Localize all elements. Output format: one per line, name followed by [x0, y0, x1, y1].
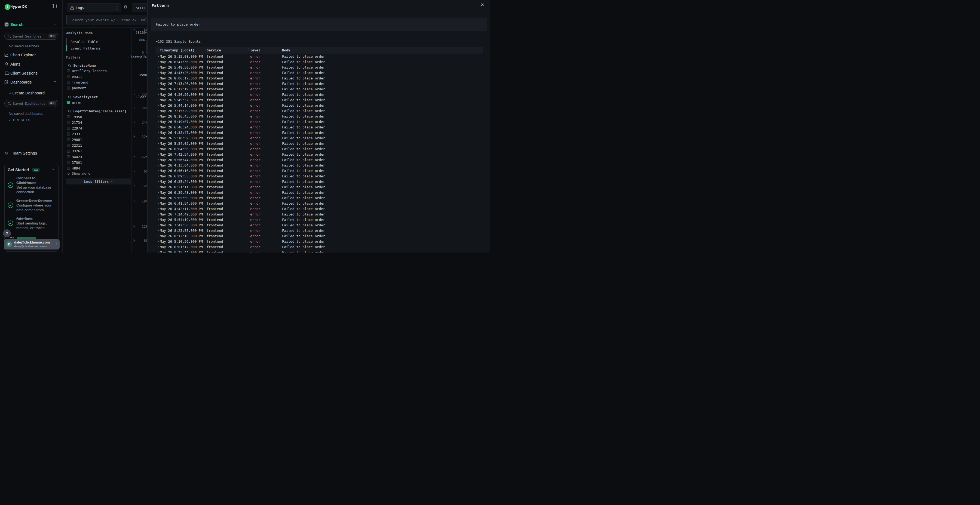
get-started-item[interactable]: Add Data Start sending logs, metrics, or… — [8, 216, 56, 230]
event-row[interactable]: May 26 4:42:11.000 PM frontend error Fai… — [156, 206, 483, 211]
row-expand-chevron-icon[interactable] — [157, 132, 158, 133]
sidebar-item-search[interactable]: Search — [0, 21, 62, 28]
pattern-row-peek[interactable]: 60 — [131, 169, 149, 174]
less-filters-button[interactable]: Less filters — [65, 178, 131, 184]
event-row[interactable]: May 26 5:10:36.000 PM frontend error Fai… — [156, 239, 483, 244]
row-expand-chevron-icon[interactable] — [157, 251, 158, 252]
mode-event-patterns[interactable]: Event Patterns — [67, 45, 126, 51]
event-row[interactable]: May 26 7:42:54.000 PM frontend error Fai… — [156, 152, 483, 157]
filter-group-servicename[interactable]: ServiceName — [68, 64, 96, 67]
pattern-row-peek[interactable]: 180 — [131, 199, 149, 204]
chevron-up-icon[interactable] — [54, 81, 56, 83]
filter-option[interactable]: email — [67, 74, 130, 79]
row-expand-chevron-icon[interactable] — [157, 224, 158, 226]
row-expand-chevron-icon[interactable] — [157, 181, 158, 182]
filter-group-severitytext[interactable]: SeverityText — [68, 95, 98, 99]
chevron-up-icon[interactable] — [54, 24, 56, 25]
filter-option[interactable]: frontend — [67, 79, 130, 85]
event-row[interactable]: May 26 8:21:11.000 PM frontend error Fai… — [156, 184, 483, 190]
row-expand-chevron-icon[interactable] — [157, 56, 158, 57]
event-row[interactable]: May 26 7:13:26.000 PM frontend error Fai… — [156, 81, 483, 86]
row-expand-chevron-icon[interactable] — [157, 175, 158, 177]
checkbox[interactable] — [67, 69, 70, 72]
filter-option[interactable]: 32311 — [67, 143, 130, 148]
checkbox[interactable] — [67, 161, 70, 164]
filter-option[interactable]: 37801 — [67, 160, 130, 165]
checkbox[interactable] — [67, 144, 70, 147]
event-row[interactable]: May 26 6:29:48.000 PM frontend error Fai… — [156, 190, 483, 195]
row-expand-chevron-icon[interactable] — [157, 115, 158, 117]
pattern-row-peek[interactable]: 120 — [131, 224, 149, 229]
checkbox[interactable] — [67, 115, 70, 118]
row-expand-chevron-icon[interactable] — [157, 208, 158, 210]
event-row[interactable]: May 26 5:54:03.000 PM frontend error Fai… — [156, 141, 483, 146]
checkbox[interactable] — [67, 81, 70, 84]
event-row[interactable]: May 26 4:38:47.000 PM frontend error Fai… — [156, 130, 483, 135]
checkbox[interactable] — [67, 156, 70, 158]
event-row[interactable]: May 26 6:09:55.000 PM frontend error Fai… — [156, 173, 483, 179]
filter-option[interactable]: 29081 — [67, 137, 130, 143]
event-row[interactable]: May 26 8:04:56.000 PM frontend error Fai… — [156, 146, 483, 152]
get-started-item[interactable]: Create Data Sources Configure where your… — [8, 199, 56, 212]
source-settings-gear-icon[interactable]: ⚙ — [124, 5, 127, 9]
row-expand-chevron-icon[interactable] — [157, 192, 158, 193]
row-expand-chevron-icon[interactable] — [157, 164, 158, 166]
row-expand-chevron-icon[interactable] — [157, 241, 158, 242]
row-expand-chevron-icon[interactable] — [157, 61, 158, 63]
row-expand-chevron-icon[interactable] — [157, 235, 158, 237]
row-expand-chevron-icon[interactable] — [157, 213, 158, 215]
event-row[interactable]: May 26 8:06:17.000 PM frontend error Fai… — [156, 75, 483, 81]
source-select[interactable]: Logs — [67, 3, 121, 12]
filter-option[interactable]: 33261 — [67, 148, 130, 154]
event-row[interactable]: May 26 8:01:12.000 PM frontend error Fai… — [156, 244, 483, 249]
filter-option[interactable]: artillery-loadgen — [67, 68, 130, 74]
checkbox[interactable] — [67, 127, 70, 130]
checkbox[interactable] — [67, 138, 70, 141]
event-row[interactable]: May 26 6:12:19.000 PM frontend error Fai… — [156, 86, 483, 92]
sidebar-item-client-sessions[interactable]: Client Sessions — [0, 70, 62, 77]
row-expand-chevron-icon[interactable] — [157, 88, 158, 90]
event-row[interactable]: May 26 5:45:32.000 PM frontend error Fai… — [156, 97, 483, 103]
checkbox[interactable] — [67, 167, 70, 170]
sidebar-item-team-settings[interactable]: ⚙ Team Settings — [0, 150, 62, 157]
checkbox[interactable] — [67, 132, 70, 135]
sidebar-collapse-icon[interactable] — [52, 4, 57, 8]
get-started-item[interactable]: Connect to ClickHouse Set up your databa… — [8, 176, 56, 194]
event-row[interactable]: May 26 6:46:24.000 PM frontend error Fai… — [156, 124, 483, 130]
event-row[interactable]: May 26 5:56:44.000 PM frontend error Fai… — [156, 157, 483, 162]
checkbox[interactable] — [67, 150, 70, 152]
row-expand-chevron-icon[interactable] — [157, 186, 158, 188]
event-row[interactable]: May 26 6:25:44.000 PM frontend error Fai… — [156, 249, 483, 252]
row-expand-chevron-icon[interactable] — [157, 83, 158, 84]
event-row[interactable]: May 26 5:15:08.000 PM frontend error Fai… — [156, 54, 483, 59]
pattern-row-peek[interactable]: 60 — [131, 238, 149, 243]
event-row[interactable]: May 26 5:48:50.000 PM frontend error Fai… — [156, 65, 483, 70]
table-options-kebab-icon[interactable]: ⋮ — [477, 48, 480, 52]
row-expand-chevron-icon[interactable] — [157, 126, 158, 128]
search-input[interactable] — [67, 15, 151, 25]
filter-option[interactable]: 22974 — [67, 125, 130, 131]
row-expand-chevron-icon[interactable] — [157, 94, 158, 95]
event-row[interactable]: May 26 8:16:45.000 PM frontend error Fai… — [156, 113, 483, 119]
help-button[interactable]: ? — [3, 229, 11, 237]
row-expand-chevron-icon[interactable] — [157, 77, 158, 79]
event-row[interactable]: May 26 5:10:59.000 PM frontend error Fai… — [156, 135, 483, 141]
sidebar-item-chart-explorer[interactable]: Chart Explorer — [0, 51, 62, 59]
row-expand-chevron-icon[interactable] — [157, 72, 158, 73]
pattern-row-peek[interactable]: 22K — [131, 134, 149, 139]
event-row[interactable]: May 26 7:42:50.000 PM frontend error Fai… — [156, 222, 483, 228]
event-row[interactable]: May 26 6:56:10.000 PM frontend error Fai… — [156, 168, 483, 173]
checkbox[interactable] — [67, 121, 70, 124]
row-expand-chevron-icon[interactable] — [157, 143, 158, 144]
filter-option[interactable]: 34423 — [67, 154, 130, 160]
saved-dashboards-input[interactable]: Saved Dashboards ⌘K — [4, 100, 58, 107]
filter-group-cache-size[interactable]: LogAttributes['cache.size'] — [68, 110, 126, 113]
filter-option[interactable]: 4894 — [67, 165, 130, 171]
create-dashboard-button[interactable]: + Create Dashboard — [0, 89, 62, 97]
filter-option[interactable]: 2333 — [67, 131, 130, 137]
event-row[interactable]: May 26 6:47:36.000 PM frontend error Fai… — [156, 59, 483, 65]
saved-searches-input[interactable]: Saved Searches ⌘K — [4, 33, 58, 40]
mode-results-table[interactable]: Results Table — [67, 38, 126, 45]
user-menu[interactable]: D dale@clickhouse.com dale@clickhouse.co… — [4, 239, 60, 249]
event-row[interactable]: May 26 8:12:10.000 PM frontend error Fai… — [156, 233, 483, 239]
